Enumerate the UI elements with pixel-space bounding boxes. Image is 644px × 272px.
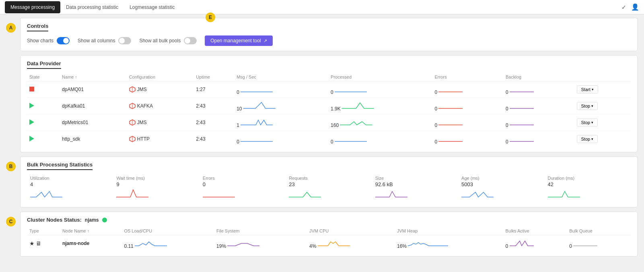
backlog-cell: 0 — [503, 98, 574, 114]
chevron-down-icon: ▾ — [592, 87, 594, 91]
open-mgmt-label: Open management tool — [210, 38, 261, 44]
duration-label: Duration (ms) — [548, 176, 628, 181]
state-cell — [27, 98, 60, 114]
stop-button[interactable]: Stop ▾ — [577, 135, 598, 143]
errors-cell: 0 — [432, 114, 503, 131]
config-cell: HTTP — [127, 131, 194, 147]
msg-sec-cell: 10 — [234, 98, 328, 114]
requests-stat: Requests 23 — [286, 174, 372, 202]
show-charts-toggle[interactable] — [57, 37, 70, 44]
config-cell: KAFKA — [127, 98, 194, 114]
star-icon: ★ — [29, 240, 35, 247]
size-label: Size — [375, 176, 455, 181]
backlog-sparkline — [510, 133, 534, 143]
action-cell[interactable]: Stop ▾ — [574, 98, 631, 114]
bulk-processing-section: B Bulk Processing Statistics Utilization… — [20, 156, 638, 208]
uptime-cell: 2:43 — [193, 131, 234, 147]
controls-section: A Controls Show charts Show all columns … — [20, 18, 638, 51]
backlog-sparkline — [510, 84, 534, 94]
backlog-cell: 0 — [503, 114, 574, 131]
errors-sparkline — [438, 117, 463, 127]
filesystem-cell: 19% — [214, 235, 307, 252]
label-c: C — [6, 217, 16, 226]
tab-message-processing[interactable]: Message processing — [5, 1, 60, 13]
duration-value: 42 — [548, 181, 628, 187]
show-all-columns-toggle[interactable] — [118, 37, 131, 44]
uptime-cell: 2:43 — [193, 114, 234, 131]
stop-button[interactable]: Stop ▾ — [577, 118, 598, 127]
state-cell — [27, 131, 60, 147]
label-e: E — [206, 12, 215, 22]
requests-value: 23 — [289, 181, 368, 187]
col-bulks-active: Bulks Active — [503, 227, 567, 235]
backlog-cell: 0 — [503, 81, 574, 98]
size-stat: Size 92.6 kB — [372, 174, 458, 202]
msg-sec-sparkline — [241, 117, 273, 127]
chevron-down-icon: ▾ — [591, 104, 593, 108]
errors-value: 0 — [203, 181, 282, 187]
jvm-cpu-sparkline — [318, 238, 350, 248]
cluster-status-icon — [102, 218, 107, 222]
external-link-icon: ↗ — [263, 38, 267, 44]
chevron-down-icon: ▾ — [591, 120, 593, 125]
jms-icon — [129, 119, 136, 126]
errors-sparkline — [203, 188, 235, 199]
wait-time-value: 9 — [116, 181, 196, 187]
msg-sec-cell: 1 — [234, 114, 328, 131]
open-management-tool-button[interactable]: Open management tool ↗ — [205, 35, 272, 46]
jvm-cpu-cell: 4% — [307, 235, 395, 252]
bulk-stats-row: Utilization 4 Wait time (ms) 9 Errors 0 — [27, 174, 631, 202]
utilization-sparkline — [30, 188, 62, 199]
bulk-processing-title: Bulk Processing Statistics — [27, 162, 93, 170]
wait-time-stat: Wait time (ms) 9 — [113, 174, 199, 202]
show-all-bulk-pools-toggle[interactable] — [184, 37, 197, 44]
action-cell[interactable]: Stop ▾ — [574, 131, 631, 147]
name-cell: dpMetrics01 — [60, 114, 127, 131]
table-row: ★ 🖥 njams-node 0.11 19% — [27, 235, 631, 252]
utilization-value: 4 — [30, 181, 110, 187]
size-sparkline — [375, 188, 407, 199]
action-cell[interactable]: Start ▾ — [574, 81, 631, 98]
cluster-name: njams — [85, 217, 99, 223]
os-load-cell: 0.11 — [121, 235, 214, 252]
msg-sec-sparkline — [243, 100, 276, 110]
uptime-cell: 2:43 — [193, 98, 234, 114]
cluster-nodes-title: Cluster Nodes Status: — [27, 217, 82, 223]
tab-logmessage[interactable]: Logmessage statistic — [124, 1, 180, 13]
table-row: http_sdk HTTP 2:43 0 — [27, 131, 631, 147]
label-a: A — [6, 23, 16, 33]
bulk-queue-sparkline — [573, 238, 597, 248]
start-button[interactable]: Start ▾ — [577, 85, 598, 93]
action-cell[interactable]: Stop ▾ — [574, 114, 631, 131]
col-uptime: Uptime — [193, 73, 234, 81]
duration-stat: Duration (ms) 42 — [545, 174, 631, 202]
tab-data-processing[interactable]: Data processing statistic — [60, 1, 124, 13]
table-row: dpKafka01 KAFKA 2:43 10 — [27, 98, 631, 114]
uptime-cell: 1:27 — [193, 81, 234, 98]
errors-sparkline — [438, 100, 463, 110]
controls-title: Controls — [27, 23, 48, 31]
requests-label: Requests — [289, 176, 368, 181]
config-cell: JMS — [127, 114, 194, 131]
data-provider-section: Data Provider State Name ↑ Configuration… — [20, 55, 638, 152]
processed-sparkline — [335, 133, 367, 143]
label-b: B — [6, 162, 16, 171]
data-provider-table: State Name ↑ Configuration Uptime Msg / … — [27, 73, 631, 147]
filesystem-sparkline — [227, 238, 259, 248]
bulk-queue-cell: 0 — [567, 235, 631, 252]
data-provider-title: Data Provider — [27, 60, 61, 69]
cluster-nodes-section: C Cluster Nodes Status: njams Type Node … — [20, 212, 638, 257]
state-running-icon — [29, 103, 34, 108]
show-all-bulk-pools-toggle-group: Show all bulk pools — [139, 37, 197, 44]
msg-sec-sparkline — [241, 133, 273, 143]
errors-cell: 0 — [432, 131, 503, 147]
msg-sec-sparkline — [241, 84, 273, 94]
stop-button[interactable]: Stop ▾ — [577, 102, 598, 110]
errors-label: Errors — [203, 176, 282, 181]
errors-cell: 0 — [432, 81, 503, 98]
col-config: Configuration — [127, 73, 194, 81]
col-filesystem: File System — [214, 227, 307, 235]
errors-stat: Errors 0 — [200, 174, 286, 202]
bulks-active-cell: 0 — [503, 235, 567, 252]
table-row: dpMetrics01 JMS 2:43 1 — [27, 114, 631, 131]
